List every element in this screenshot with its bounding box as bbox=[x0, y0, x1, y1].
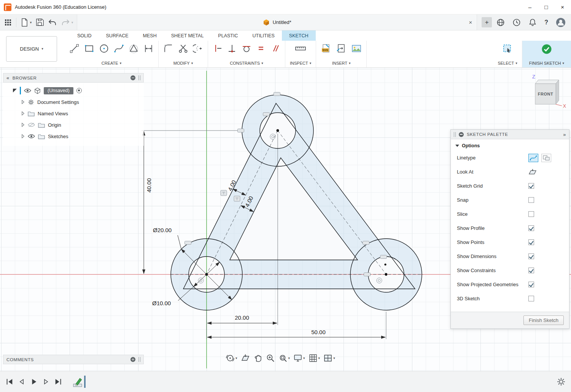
visibility-eye-icon[interactable] bbox=[24, 88, 31, 93]
undo-icon[interactable] bbox=[48, 19, 57, 26]
document-name-chip[interactable]: (Unsaved) bbox=[44, 87, 73, 94]
expand-arrow-icon[interactable] bbox=[21, 123, 25, 127]
browser-item-named-views[interactable]: Named Views bbox=[3, 108, 144, 119]
dim-vertical-40[interactable]: 40.00 bbox=[146, 178, 152, 193]
dim-diameter-10[interactable]: Ø10.00 bbox=[152, 300, 171, 306]
look-at-icon[interactable] bbox=[241, 354, 250, 363]
display-settings-button[interactable]: ▾ bbox=[293, 354, 305, 363]
orbit-button[interactable]: ▾ bbox=[226, 354, 237, 363]
tab-utilities[interactable]: UTILITIES bbox=[245, 30, 282, 41]
go-to-start-icon[interactable] bbox=[5, 378, 14, 386]
tab-sheet-metal[interactable]: SHEET METAL bbox=[164, 30, 211, 41]
comments-grip[interactable] bbox=[138, 357, 140, 362]
expand-arrow-icon[interactable] bbox=[21, 100, 25, 104]
coincident-constraint-icon[interactable] bbox=[227, 43, 237, 53]
trim-tool-icon[interactable] bbox=[178, 43, 188, 54]
inspect-group-label[interactable]: INSPECT▾ bbox=[290, 61, 311, 65]
modify-group-label[interactable]: MODIFY▾ bbox=[173, 61, 193, 65]
tab-plastic[interactable]: PLASTIC bbox=[211, 30, 245, 41]
close-button[interactable]: × bbox=[561, 4, 564, 10]
step-back-icon[interactable] bbox=[18, 378, 25, 386]
user-avatar[interactable] bbox=[556, 18, 566, 27]
horizontal-vertical-constraint-icon[interactable] bbox=[213, 43, 223, 53]
comments-header[interactable]: COMMENTS bbox=[3, 355, 144, 364]
browser-item-sketches[interactable]: Sketches bbox=[3, 131, 144, 142]
parallel-constraint-icon[interactable] bbox=[270, 43, 280, 53]
equal-constraint-icon[interactable] bbox=[256, 43, 266, 53]
play-icon[interactable] bbox=[30, 378, 38, 386]
model-canvas[interactable]: 40.00 4.00 4.00 Ø20.00 Ø10.00 20.00 50.0… bbox=[0, 68, 571, 371]
sketch-dimension-icon[interactable] bbox=[143, 43, 154, 54]
measure-tool-icon[interactable] bbox=[295, 43, 306, 54]
active-document-radio[interactable] bbox=[76, 88, 82, 93]
timeline-position-marker[interactable] bbox=[84, 376, 86, 388]
view-cube[interactable]: Z FRONT X bbox=[527, 73, 566, 110]
palette-grip[interactable] bbox=[454, 132, 456, 137]
tab-mesh[interactable]: MESH bbox=[136, 30, 164, 41]
timeline-settings-gear-icon[interactable] bbox=[557, 377, 566, 386]
browser-root-row[interactable]: (Unsaved) bbox=[3, 85, 144, 96]
tab-surface[interactable]: SURFACE bbox=[99, 30, 136, 41]
redo-button[interactable]: ▾ bbox=[61, 19, 73, 26]
visibility-eye-icon[interactable] bbox=[28, 134, 35, 139]
insert-dxf-icon[interactable] bbox=[336, 43, 347, 54]
go-to-end-icon[interactable] bbox=[54, 378, 62, 386]
dim-horizontal-50[interactable]: 50.00 bbox=[311, 329, 326, 335]
constraints-group-label[interactable]: CONSTRAINTS▾ bbox=[230, 61, 263, 65]
offset-tool-icon[interactable] bbox=[193, 43, 203, 54]
group-finish-sketch[interactable]: FINISH SKETCH▾ bbox=[522, 41, 571, 67]
finish-sketch-button[interactable]: Finish Sketch bbox=[523, 316, 564, 325]
new-tab-button[interactable]: + bbox=[482, 17, 492, 27]
help-icon[interactable]: ? bbox=[544, 19, 548, 26]
insert-image-icon[interactable] bbox=[351, 43, 362, 54]
viewcube-top-face[interactable] bbox=[535, 80, 559, 84]
viewcube-face-label[interactable]: FRONT bbox=[538, 92, 553, 96]
tangent-constraint-icon[interactable] bbox=[242, 43, 251, 53]
insert-svg-icon[interactable]: SVG bbox=[321, 43, 331, 54]
fillet-tool-icon[interactable] bbox=[163, 43, 173, 54]
finish-sketch-label[interactable]: FINISH SKETCH▾ bbox=[529, 61, 564, 65]
linetype-normal-button[interactable] bbox=[528, 154, 538, 162]
select-group-label[interactable]: SELECT▾ bbox=[498, 61, 517, 65]
expand-arrow-icon[interactable] bbox=[21, 111, 25, 116]
show-constraints-checkbox[interactable] bbox=[528, 268, 534, 273]
pan-icon[interactable] bbox=[253, 354, 262, 363]
snap-checkbox[interactable] bbox=[528, 197, 534, 203]
workspace-selector[interactable]: DESIGN ▾ bbox=[6, 36, 57, 62]
line-tool-icon[interactable] bbox=[69, 43, 80, 54]
clock-icon[interactable] bbox=[512, 18, 521, 27]
polygon-tool-icon[interactable] bbox=[129, 43, 139, 54]
slice-checkbox[interactable] bbox=[528, 211, 534, 217]
show-dimensions-checkbox[interactable] bbox=[528, 253, 534, 259]
grid-snap-button[interactable]: ▾ bbox=[309, 354, 320, 363]
browser-grip[interactable] bbox=[138, 75, 140, 80]
zoom-icon[interactable] bbox=[266, 354, 275, 363]
document-tab[interactable]: Untitled* × bbox=[77, 14, 477, 30]
create-group-label[interactable]: CREATE▾ bbox=[102, 61, 121, 65]
viewports-button[interactable]: ▾ bbox=[323, 354, 335, 363]
save-icon[interactable] bbox=[35, 18, 44, 27]
show-projected-geometries-checkbox[interactable] bbox=[528, 282, 534, 287]
look-at-button[interactable] bbox=[528, 169, 537, 175]
browser-header[interactable]: « BROWSER bbox=[3, 73, 144, 83]
options-section-header[interactable]: Options bbox=[451, 139, 569, 151]
linetype-construction-button[interactable] bbox=[541, 154, 551, 162]
browser-item-document-settings[interactable]: Document Settings bbox=[3, 96, 144, 108]
maximize-button[interactable]: □ bbox=[544, 4, 548, 10]
tab-solid[interactable]: SOLID bbox=[70, 30, 99, 41]
visibility-off-eye-icon[interactable] bbox=[28, 123, 35, 127]
spline-tool-icon[interactable] bbox=[114, 43, 124, 54]
add-comment-icon[interactable] bbox=[130, 357, 135, 362]
insert-group-label[interactable]: INSERT▾ bbox=[332, 61, 351, 65]
sketch-grid-checkbox[interactable] bbox=[528, 183, 534, 189]
document-close-icon[interactable]: × bbox=[469, 19, 472, 25]
app-grid-icon[interactable] bbox=[4, 18, 12, 27]
3d-sketch-checkbox[interactable] bbox=[528, 296, 534, 301]
step-forward-icon[interactable] bbox=[42, 378, 50, 386]
dim-diameter-20[interactable]: Ø20.00 bbox=[153, 227, 172, 233]
job-status-icon[interactable] bbox=[496, 18, 505, 27]
show-points-checkbox[interactable] bbox=[528, 239, 534, 245]
notifications-bell-icon[interactable] bbox=[528, 18, 537, 27]
circle-tool-icon[interactable] bbox=[99, 43, 109, 54]
browser-minimize-icon[interactable] bbox=[130, 75, 135, 80]
